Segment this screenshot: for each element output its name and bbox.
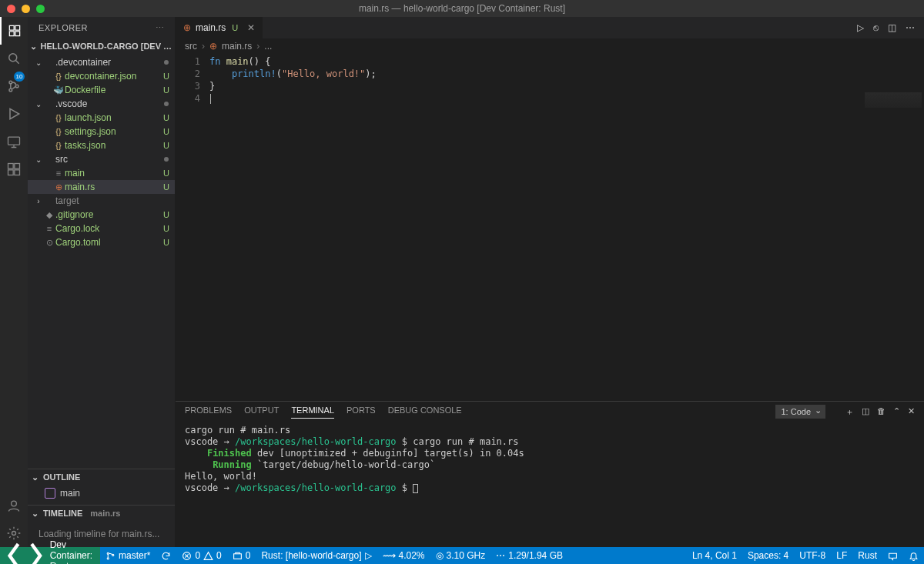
main-area: 10 EXPLORER ⋯ ⌄ HELLO-WORLD-CARGO [DEV C…	[0, 17, 924, 547]
rust-analyzer-indicator[interactable]: 0	[227, 547, 256, 564]
close-window-button[interactable]	[7, 5, 15, 13]
panel-tab-problems[interactable]: PROBLEMS	[185, 405, 232, 418]
dots-icon: ⋯	[496, 550, 505, 561]
code-content[interactable]: fn main() { println!("Hello, world!");}	[209, 54, 924, 401]
file-main[interactable]: ≡mainU	[28, 166, 175, 180]
file-Cargo.lock[interactable]: ≡Cargo.lockU	[28, 222, 175, 235]
folder-src[interactable]: ⌄src	[28, 152, 175, 166]
remote-explorer-icon[interactable]	[0, 128, 28, 155]
run-debug-icon[interactable]	[0, 100, 28, 128]
svg-point-2	[9, 88, 12, 92]
file-settings.json[interactable]: {}settings.jsonU	[28, 125, 175, 138]
panel-tab-terminal[interactable]: TERMINAL	[291, 405, 334, 419]
svg-point-11	[107, 552, 109, 554]
terminal-picker[interactable]: 1: Code	[775, 405, 825, 419]
indentation[interactable]: Spaces: 4	[742, 547, 794, 564]
notifications-icon[interactable]	[903, 547, 924, 564]
cpu-freq[interactable]: ◎ 3.10 GHz	[430, 547, 491, 564]
file-icon: ≡	[43, 224, 55, 233]
split-terminal-icon[interactable]: ◫	[862, 406, 869, 418]
chevron-down-icon: ⌄	[30, 472, 40, 482]
sync-icon[interactable]	[156, 547, 176, 564]
file-icon: ⊕	[52, 182, 65, 192]
tab-git-badge: U	[232, 23, 238, 32]
explorer-icon[interactable]	[0, 17, 28, 45]
memory-usage[interactable]: ⋯ 1.29/1.94 GB	[490, 547, 568, 564]
terminal-content[interactable]: cargo run # main.rsvscode → /workspaces/…	[176, 422, 924, 547]
source-control-badge: 10	[14, 72, 25, 82]
file-tasks.json[interactable]: {}tasks.jsonU	[28, 138, 175, 152]
accounts-icon[interactable]	[0, 492, 28, 519]
search-icon[interactable]	[0, 45, 28, 72]
file-.gitignore[interactable]: ◆.gitignoreU	[28, 208, 175, 222]
file-Dockerfile[interactable]: 🐳DockerfileU	[28, 83, 175, 97]
file-launch.json[interactable]: {}launch.jsonU	[28, 111, 175, 125]
file-devcontainer.json[interactable]: {}devcontainer.jsonU	[28, 69, 175, 83]
git-status-badge: U	[162, 141, 170, 150]
encoding[interactable]: UTF-8	[794, 547, 831, 564]
rust-target[interactable]: Rust: [hello-world-cargo] ▷	[256, 547, 377, 564]
panel-tab-debug[interactable]: DEBUG CONSOLE	[388, 405, 462, 418]
folder-target[interactable]: ›target	[28, 194, 175, 208]
breadcrumb-symbol[interactable]: ...	[264, 41, 272, 52]
panel-actions: ＋ ◫ 🗑 ⌃ ✕	[845, 406, 915, 418]
panel-tab-ports[interactable]: PORTS	[346, 405, 376, 418]
errors-count: 0	[195, 550, 200, 561]
outline-symbol-main[interactable]: main	[28, 486, 175, 500]
editor-group: ⊕ main.rs U ✕ ▷ ⎋ ◫ ⋯ src › ⊕ main.rs › …	[176, 17, 924, 547]
outline-header[interactable]: ⌄ OUTLINE	[28, 469, 175, 485]
tree-item-label: settings.json	[65, 126, 162, 137]
folder-.devcontainer[interactable]: ⌄.devcontainer	[28, 55, 175, 69]
outline-symbol-label: main	[60, 488, 80, 499]
folder-.vscode[interactable]: ⌄.vscode	[28, 97, 175, 111]
git-status-badge: U	[162, 85, 170, 95]
language-mode[interactable]: Rust	[852, 547, 882, 564]
remote-indicator[interactable]: Dev Container: Rust	[0, 547, 100, 564]
timeline-header[interactable]: ⌄ TIMELINE main.rs	[28, 506, 175, 521]
run-icon[interactable]: ▷	[857, 22, 864, 33]
feedback-icon[interactable]	[882, 547, 903, 564]
svg-point-3	[15, 85, 18, 88]
svg-point-12	[107, 557, 109, 559]
split-editor-icon[interactable]: ◫	[888, 22, 896, 33]
svg-point-9	[12, 501, 17, 506]
cursor-position[interactable]: Ln 4, Col 1	[687, 547, 742, 564]
explorer-sidebar: EXPLORER ⋯ ⌄ HELLO-WORLD-CARGO [DEV CONT…	[28, 17, 176, 547]
kill-terminal-icon[interactable]: 🗑	[877, 406, 886, 418]
maximize-panel-icon[interactable]: ⌃	[893, 406, 900, 418]
explorer-more-icon[interactable]: ⋯	[156, 23, 165, 33]
file-main.rs[interactable]: ⊕main.rsU	[28, 180, 175, 194]
git-compare-icon[interactable]: ⎋	[873, 22, 879, 33]
file-tree: ⌄.devcontainer{}devcontainer.jsonU🐳Docke…	[28, 54, 175, 469]
breadcrumb-folder[interactable]: src	[185, 41, 197, 52]
cpu-usage[interactable]: ⟿ 4.02%	[377, 547, 430, 564]
problems-indicator[interactable]: 0 0	[176, 547, 226, 564]
timeline-file: main.rs	[90, 509, 120, 518]
git-status-badge: U	[162, 224, 170, 233]
folder-header[interactable]: ⌄ HELLO-WORLD-CARGO [DEV CONTAINER:...	[28, 38, 175, 54]
minimap[interactable]	[865, 92, 922, 108]
breadcrumb-file[interactable]: main.rs	[222, 41, 252, 52]
outline-section: ⌄ OUTLINE main	[28, 469, 175, 505]
git-status-badge: U	[162, 210, 170, 219]
cpu-label: 4.02%	[399, 550, 425, 561]
panel-tab-output[interactable]: OUTPUT	[244, 405, 279, 418]
extensions-icon[interactable]	[0, 155, 28, 183]
new-terminal-icon[interactable]: ＋	[845, 406, 854, 418]
close-tab-icon[interactable]: ✕	[247, 22, 255, 33]
editor-body[interactable]: 1234 fn main() { println!("Hello, world!…	[176, 54, 924, 401]
breadcrumb[interactable]: src › ⊕ main.rs › ...	[176, 38, 924, 54]
more-actions-icon[interactable]: ⋯	[906, 22, 915, 33]
panel-tabs: PROBLEMS OUTPUT TERMINAL PORTS DEBUG CON…	[176, 402, 924, 422]
eol[interactable]: LF	[831, 547, 852, 564]
tab-main-rs[interactable]: ⊕ main.rs U ✕	[176, 17, 263, 38]
tab-label: main.rs	[196, 22, 226, 33]
svg-rect-7	[8, 170, 14, 175]
zoom-window-button[interactable]	[36, 5, 45, 13]
minimize-window-button[interactable]	[22, 5, 30, 13]
git-branch[interactable]: master*	[100, 547, 156, 564]
close-panel-icon[interactable]: ✕	[908, 406, 915, 418]
activity-bar	[0, 17, 28, 547]
file-Cargo.toml[interactable]: ⊙Cargo.tomlU	[28, 235, 175, 249]
twisty-icon: ⌄	[34, 100, 43, 108]
